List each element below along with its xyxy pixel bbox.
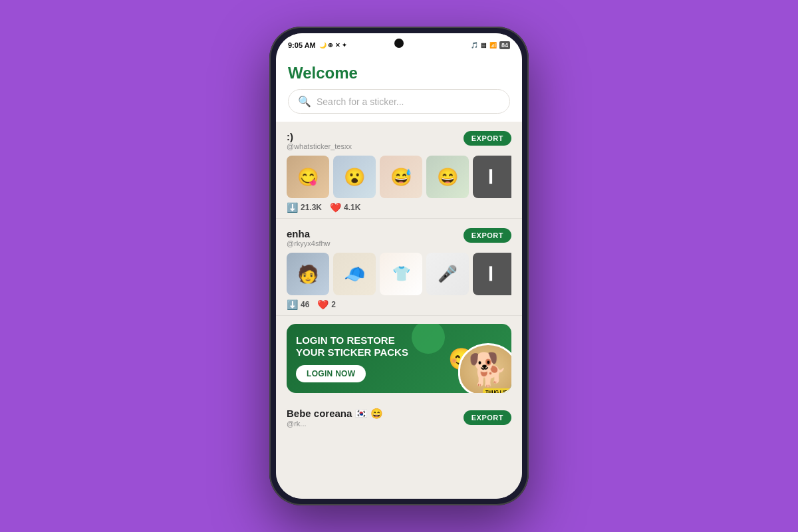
download-stat-1: ⬇️ 21.3K [287, 202, 322, 213]
sticker-pack-1: :) @whatsticker_tesxx EXPORT 😋 😮 [276, 122, 522, 219]
search-icon: 🔍 [298, 95, 311, 108]
sticker-1-2[interactable]: 😮 [333, 156, 376, 198]
like-count-1: 4.1K [344, 203, 360, 212]
phone-frame: 9:05 AM 🌙 ⊕ ✕ ✦ 🎵 ▤ 📶 84 Welcome 🔍 Searc… [269, 27, 529, 505]
pack-header-1: :) @whatsticker_tesxx EXPORT [287, 131, 511, 150]
pack-info-2: enha @rkyyx4sfhw [287, 228, 331, 247]
sticker-2-5: ▎ [473, 253, 511, 295]
download-count-2: 46 [301, 300, 309, 309]
sticker-row-2: 🧑 🧢 👕 🎤 ▎ [287, 253, 511, 295]
sticker-1-5: ▎ [473, 156, 511, 198]
camera-notch [394, 39, 404, 48]
export-button-2[interactable]: EXPORT [464, 228, 511, 243]
pack-author-1: @whatsticker_tesxx [287, 142, 352, 150]
download-icon-2: ⬇️ [287, 299, 298, 310]
app-content: Welcome 🔍 Search for a sticker... :) @wh… [276, 55, 522, 499]
page-title: Welcome [288, 64, 510, 82]
login-now-button[interactable]: LOGIN NOW [296, 365, 366, 382]
time-display: 9:05 AM [288, 41, 316, 49]
status-icons-left: 🌙 ⊕ ✕ ✦ [319, 42, 348, 49]
heart-icon-2: ❤️ [317, 299, 329, 310]
bottom-pack-name: Bebe coreana 🇰🇷 😄 [287, 408, 383, 420]
pack-name-1: :) [287, 131, 352, 142]
banner-image: 😊 🐕 THUG LIFE [425, 333, 511, 393]
export-button-3[interactable]: EXPORT [464, 410, 511, 425]
sticker-2-4[interactable]: 🎤 [426, 253, 469, 295]
like-count-2: 2 [331, 300, 336, 309]
sticker-2-2[interactable]: 🧢 [333, 253, 376, 295]
thug-life-label: THUG LIFE [483, 388, 511, 393]
login-banner[interactable]: LOGIN TO RESTOREYOUR STICKER PACKS LOGIN… [287, 324, 511, 393]
banner-title: LOGIN TO RESTOREYOUR STICKER PACKS [296, 334, 408, 358]
pack-author-2: @rkyyx4sfhw [287, 239, 331, 247]
status-time: 9:05 AM 🌙 ⊕ ✕ ✦ [288, 41, 347, 49]
pack-info-1: :) @whatsticker_tesxx [287, 131, 352, 150]
header-section: Welcome 🔍 Search for a sticker... [276, 55, 522, 122]
search-placeholder: Search for a sticker... [317, 96, 500, 107]
scroll-content[interactable]: :) @whatsticker_tesxx EXPORT 😋 😮 [276, 122, 522, 499]
download-stat-2: ⬇️ 46 [287, 299, 309, 310]
sticker-2-1[interactable]: 🧑 [287, 253, 329, 295]
like-stat-1: ❤️ 4.1K [330, 202, 360, 213]
pack-header-2: enha @rkyyx4sfhw EXPORT [287, 228, 511, 247]
download-count-1: 21.3K [301, 203, 322, 212]
status-icons-right: 🎵 ▤ 📶 84 [471, 41, 510, 49]
export-button-1[interactable]: EXPORT [464, 131, 511, 146]
pack-name-2: enha [287, 228, 331, 239]
sticker-1-3[interactable]: 😅 [380, 156, 422, 198]
pack-stats-1: ⬇️ 21.3K ❤️ 4.1K [287, 202, 511, 213]
like-stat-2: ❤️ 2 [317, 299, 336, 310]
sticker-pack-2: enha @rkyyx4sfhw EXPORT 🧑 🧢 👕 [276, 219, 522, 316]
download-icon-1: ⬇️ [287, 202, 298, 213]
bottom-pack-info: Bebe coreana 🇰🇷 😄 @rk... [287, 408, 383, 428]
dog-sticker: 🐕 THUG LIFE [458, 343, 511, 393]
sticker-1-1[interactable]: 😋 [287, 156, 329, 198]
bottom-pack-section: Bebe coreana 🇰🇷 😄 @rk... EXPORT [276, 401, 522, 432]
sticker-2-3[interactable]: 👕 [380, 253, 422, 295]
sticker-row-1: 😋 😮 😅 😄 ▎ [287, 156, 511, 198]
pack-stats-2: ⬇️ 46 ❤️ 2 [287, 299, 511, 310]
bottom-pack-author: @rk... [287, 420, 383, 428]
phone-screen: 9:05 AM 🌙 ⊕ ✕ ✦ 🎵 ▤ 📶 84 Welcome 🔍 Searc… [276, 33, 522, 499]
sticker-1-4[interactable]: 😄 [426, 156, 469, 198]
search-bar[interactable]: 🔍 Search for a sticker... [288, 89, 510, 114]
heart-icon-1: ❤️ [330, 202, 341, 213]
banner-text: LOGIN TO RESTOREYOUR STICKER PACKS LOGIN… [296, 334, 408, 382]
